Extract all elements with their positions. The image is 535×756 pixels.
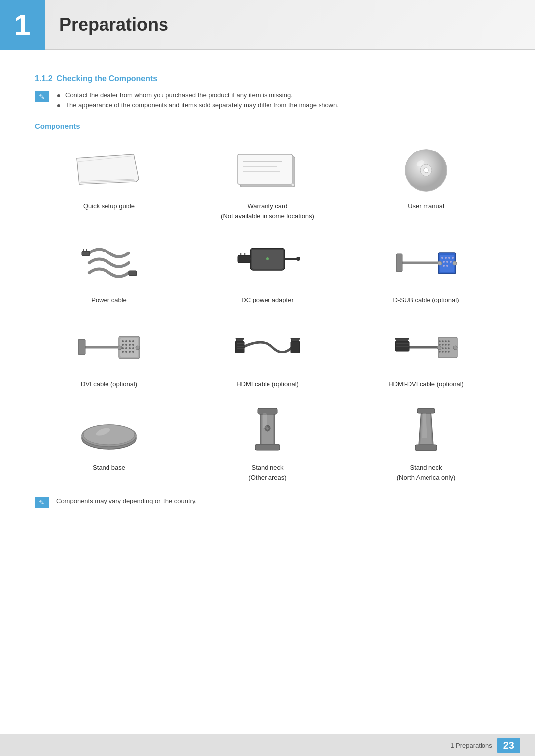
note-icon <box>35 91 49 102</box>
warranty-card-label: Warranty card (Not available in some loc… <box>221 202 314 221</box>
bottom-note-icon <box>35 497 49 508</box>
component-stand-base: Stand base <box>35 403 183 482</box>
svg-rect-7 <box>238 154 292 184</box>
bullet-item: Contact the dealer from whom you purchas… <box>57 91 339 99</box>
svg-point-90 <box>448 351 450 353</box>
hdmi-dvi-cable-icon <box>389 320 463 374</box>
svg-point-92 <box>453 346 457 350</box>
stand-base-icon <box>72 403 146 458</box>
svg-point-87 <box>439 351 441 353</box>
svg-point-51 <box>122 344 124 346</box>
dsub-cable-label: D-SUB cable (optional) <box>393 295 459 305</box>
dvi-cable-label: DVI cable (optional) <box>81 379 137 389</box>
svg-marker-67 <box>236 338 244 341</box>
svg-point-39 <box>443 265 445 267</box>
svg-point-55 <box>122 347 124 349</box>
svg-point-82 <box>448 344 450 346</box>
svg-point-42 <box>453 261 457 265</box>
svg-point-79 <box>439 344 441 346</box>
dc-power-adapter-label: DC power adapter <box>241 295 294 305</box>
page-header: 1 Preparations <box>0 0 535 50</box>
chapter-number: 1 <box>14 8 30 42</box>
power-cable-label: Power cable <box>91 295 127 305</box>
svg-point-37 <box>446 261 448 263</box>
svg-rect-103 <box>258 408 277 414</box>
svg-point-34 <box>448 257 450 259</box>
quick-setup-guide-icon <box>72 142 146 197</box>
user-manual-icon <box>389 142 463 197</box>
svg-point-40 <box>446 265 448 267</box>
svg-rect-43 <box>396 254 402 272</box>
svg-rect-66 <box>235 341 244 353</box>
svg-point-81 <box>445 344 447 346</box>
hdmi-cable-label: HDMI cable (optional) <box>236 379 299 389</box>
svg-point-85 <box>445 347 447 349</box>
svg-point-47 <box>122 340 124 342</box>
footer-page-number: 23 <box>497 738 520 753</box>
svg-point-49 <box>129 340 131 342</box>
svg-rect-111 <box>417 408 435 413</box>
components-label: Components <box>35 122 500 130</box>
svg-point-35 <box>452 257 454 259</box>
svg-point-38 <box>450 261 452 263</box>
svg-point-80 <box>442 344 444 346</box>
svg-point-91 <box>437 346 441 350</box>
bullet-dot <box>57 94 60 97</box>
svg-point-32 <box>441 257 443 259</box>
svg-point-54 <box>132 344 134 346</box>
svg-point-75 <box>439 340 441 342</box>
dsub-cable-icon <box>389 236 463 290</box>
svg-rect-112 <box>415 445 437 451</box>
component-hdmi-cable: HDMI cable (optional) <box>193 320 342 389</box>
component-user-manual: User manual <box>352 142 500 221</box>
svg-rect-65 <box>78 339 85 355</box>
svg-point-23 <box>296 257 300 261</box>
svg-rect-104 <box>255 444 280 450</box>
svg-point-99 <box>83 425 135 445</box>
power-cable-icon <box>72 236 146 290</box>
stand-neck-other-label: Stand neck (Other areas) <box>248 463 286 482</box>
svg-point-77 <box>445 340 447 342</box>
stand-base-label: Stand base <box>93 463 125 473</box>
svg-marker-94 <box>395 338 409 341</box>
hdmi-cable-icon <box>230 320 305 374</box>
component-quick-setup-guide: Quick setup guide <box>35 142 183 221</box>
footer-text: 1 Preparations <box>450 742 492 749</box>
svg-point-59 <box>122 351 124 353</box>
svg-rect-16 <box>82 251 90 256</box>
component-dc-power-adapter: DC power adapter <box>193 236 342 305</box>
svg-point-64 <box>136 346 140 350</box>
component-stand-neck-na: Stand neck (North America only) <box>352 403 500 482</box>
components-grid: Quick setup guide Warranty card (Not ava… <box>35 142 500 482</box>
svg-point-88 <box>442 351 444 353</box>
svg-point-60 <box>125 351 127 353</box>
svg-point-48 <box>125 340 127 342</box>
svg-point-78 <box>448 340 450 342</box>
page-footer: 1 Preparations 23 <box>0 734 535 756</box>
bottom-note-text: Components may vary depending on the cou… <box>56 497 197 504</box>
svg-point-89 <box>445 351 447 353</box>
page-content: 1.1.2 Checking the Components Contact th… <box>0 50 535 528</box>
svg-point-61 <box>129 351 131 353</box>
component-hdmi-dvi-cable: HDMI-DVI cable (optional) <box>352 320 500 389</box>
svg-point-53 <box>129 344 131 346</box>
svg-point-50 <box>132 340 134 342</box>
dvi-cable-icon <box>72 320 146 374</box>
section-heading: 1.1.2 Checking the Components <box>35 74 500 83</box>
user-manual-label: User manual <box>408 202 444 211</box>
svg-rect-108 <box>263 413 267 428</box>
svg-point-76 <box>442 340 444 342</box>
bullet-dot <box>57 104 60 107</box>
svg-point-57 <box>129 347 131 349</box>
chapter-title: Preparations <box>59 14 168 35</box>
svg-point-63 <box>118 346 122 350</box>
svg-point-58 <box>132 347 134 349</box>
hdmi-dvi-cable-label: HDMI-DVI cable (optional) <box>388 379 464 389</box>
component-dsub-cable: D-SUB cable (optional) <box>352 236 500 305</box>
svg-point-62 <box>132 351 134 353</box>
svg-point-56 <box>125 347 127 349</box>
dc-power-adapter-icon <box>230 236 305 290</box>
component-dvi-cable: DVI cable (optional) <box>35 320 183 389</box>
svg-point-86 <box>448 347 450 349</box>
component-warranty-card: Warranty card (Not available in some loc… <box>193 142 342 221</box>
